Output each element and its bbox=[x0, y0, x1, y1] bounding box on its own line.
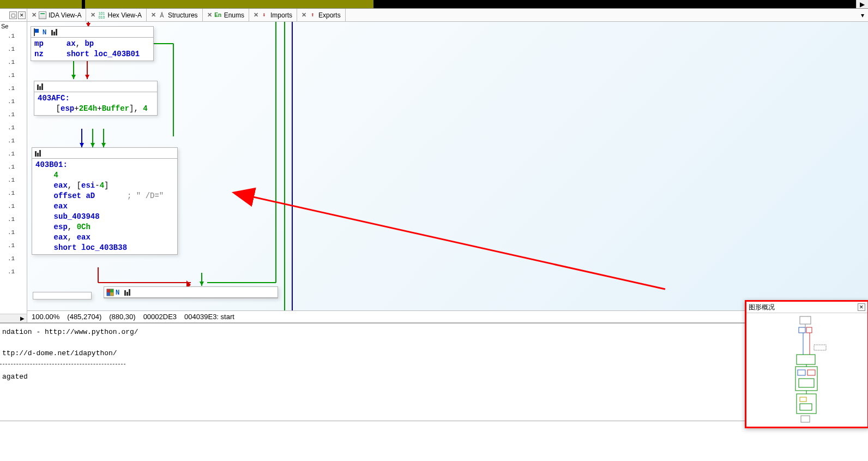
overview-close-button[interactable]: ✕ bbox=[858, 303, 865, 311]
struct-icon: Å bbox=[158, 11, 166, 19]
svg-marker-14 bbox=[91, 143, 95, 147]
svg-rect-32 bbox=[35, 151, 37, 157]
output-line: agated bbox=[2, 372, 866, 383]
tab-overflow-button[interactable]: ▾ bbox=[857, 9, 868, 21]
exports-icon: ⬆ bbox=[309, 11, 316, 19]
close-icon[interactable]: ✕ bbox=[207, 11, 212, 19]
svg-marker-8 bbox=[85, 75, 89, 79]
bars-icon bbox=[51, 28, 58, 36]
bars-icon bbox=[34, 149, 42, 157]
slider-scroll-right[interactable]: ▶ bbox=[856, 0, 868, 8]
output-console[interactable]: ndation - http://www.python.org/ ttp://d… bbox=[0, 322, 868, 421]
svg-text:N: N bbox=[43, 28, 46, 36]
svg-rect-29 bbox=[37, 85, 39, 90]
close-icon[interactable]: ✕ bbox=[32, 11, 37, 19]
svg-rect-48 bbox=[806, 327, 812, 333]
chevron-right-icon: ▶ bbox=[18, 314, 27, 322]
sidebar-hscroll[interactable]: ▶ bbox=[0, 314, 27, 322]
node-header bbox=[32, 148, 177, 159]
tab-label: IDA View-A bbox=[49, 11, 81, 19]
output-line: ttp://d-dome.net/idapython/ bbox=[2, 348, 866, 360]
chevron-right-icon: ▶ bbox=[860, 1, 865, 8]
hex-icon: 101010 bbox=[98, 11, 105, 19]
status-mouse-pos: (880,30) bbox=[109, 313, 135, 321]
node-code: 403AFC: [esp+2E4h+Buffer], 4 bbox=[34, 92, 157, 115]
graph-overview-panel[interactable]: 图形概况 ✕ bbox=[745, 300, 868, 428]
svg-rect-38 bbox=[107, 292, 110, 296]
svg-rect-53 bbox=[799, 379, 814, 387]
graph-node[interactable] bbox=[33, 292, 92, 300]
tab-ida-view[interactable]: ✕ IDA View-A bbox=[27, 9, 86, 21]
svg-rect-34 bbox=[39, 150, 41, 157]
output-line: ndation - http://www.python.org/ bbox=[2, 327, 866, 338]
imports-icon: ⬇ bbox=[261, 11, 268, 19]
svg-rect-31 bbox=[41, 83, 43, 90]
close-icon[interactable]: ✕ bbox=[254, 11, 258, 19]
n-icon: N bbox=[115, 289, 123, 296]
sidebar-list[interactable]: .1 .1 .1 .1 .1 .1 .1 .1 .1 .1 .1 .1 .1 .… bbox=[0, 31, 27, 314]
status-bar: 100.00% (485,2704) (880,30) 00002DE3 004… bbox=[27, 310, 868, 322]
node-header: N bbox=[31, 27, 153, 38]
node-code: 403B01: 4 eax, [esi-4] offset aD ; " /D=… bbox=[32, 159, 177, 254]
svg-marker-6 bbox=[71, 75, 76, 79]
status-address: 004039E3: start bbox=[184, 313, 234, 321]
graph-node[interactable]: 403B01: 4 eax, [esi-4] offset aD ; " /D=… bbox=[32, 147, 178, 255]
tab-label: Structures bbox=[168, 11, 198, 19]
svg-rect-28 bbox=[56, 29, 57, 35]
svg-rect-52 bbox=[807, 370, 815, 375]
enum-icon: En bbox=[214, 11, 222, 19]
tab-structures[interactable]: ✕ Å Structures bbox=[147, 9, 203, 21]
status-graph-pos: (485,2704) bbox=[67, 313, 101, 321]
svg-rect-36 bbox=[107, 289, 110, 292]
svg-rect-49 bbox=[797, 355, 815, 364]
svg-marker-12 bbox=[80, 143, 84, 147]
svg-rect-43 bbox=[129, 289, 130, 296]
svg-rect-55 bbox=[800, 397, 806, 402]
output-divider bbox=[0, 363, 125, 364]
slider-handle[interactable] bbox=[82, 0, 85, 9]
graph-node[interactable]: 403AFC: [esp+2E4h+Buffer], 4 bbox=[34, 81, 158, 116]
status-zoom: 100.00% bbox=[32, 313, 59, 321]
node-header: N bbox=[104, 287, 278, 298]
svg-rect-51 bbox=[798, 370, 805, 375]
functions-sidebar: ▢ ✕ Se .1 .1 .1 .1 .1 .1 .1 .1 .1 .1 .1 … bbox=[0, 9, 27, 322]
svg-rect-27 bbox=[53, 32, 55, 35]
svg-rect-56 bbox=[800, 404, 812, 410]
document-icon bbox=[39, 11, 46, 19]
bars-icon bbox=[37, 83, 44, 91]
graph-node[interactable]: N bbox=[104, 286, 278, 298]
svg-rect-47 bbox=[799, 327, 805, 333]
n-icon: N bbox=[42, 28, 50, 36]
tab-bar: ✕ IDA View-A ✕ 101010 Hex View-A ✕ Å Str… bbox=[27, 9, 868, 22]
svg-rect-30 bbox=[39, 86, 41, 90]
svg-rect-57 bbox=[801, 416, 810, 422]
svg-rect-26 bbox=[51, 30, 53, 35]
overview-title-label: 图形概况 bbox=[749, 303, 775, 312]
bars-icon bbox=[124, 289, 131, 296]
svg-rect-37 bbox=[110, 289, 113, 292]
status-file-offset: 00002DE3 bbox=[143, 313, 177, 321]
command-input[interactable] bbox=[0, 421, 868, 434]
sidebar-close-button[interactable]: ✕ bbox=[18, 11, 26, 19]
close-icon[interactable]: ✕ bbox=[302, 11, 306, 19]
tab-enums[interactable]: ✕ En Enums bbox=[203, 9, 249, 21]
tab-exports[interactable]: ✕ ⬆ Exports bbox=[297, 9, 346, 21]
svg-rect-42 bbox=[126, 292, 128, 296]
graph-node[interactable]: N mp ax, bp nz short loc_403B01 bbox=[31, 26, 154, 61]
sidebar-restore-button[interactable]: ▢ bbox=[9, 11, 17, 19]
close-icon[interactable]: ✕ bbox=[91, 11, 95, 19]
sidebar-filter-input[interactable]: Se bbox=[0, 22, 27, 31]
close-icon[interactable]: ✕ bbox=[151, 11, 156, 19]
overview-titlebar[interactable]: 图形概况 ✕ bbox=[746, 302, 867, 313]
tab-label: Hex View-A bbox=[107, 11, 141, 19]
tab-hex-view[interactable]: ✕ 101010 Hex View-A bbox=[86, 9, 146, 21]
address-slider[interactable]: ▶ bbox=[0, 0, 868, 9]
node-code: mp ax, bp nz short loc_403B01 bbox=[31, 38, 153, 61]
svg-rect-58 bbox=[814, 345, 826, 350]
svg-rect-39 bbox=[110, 292, 113, 296]
overview-minimap[interactable] bbox=[746, 313, 867, 427]
graph-canvas[interactable]: N mp ax, bp nz short loc_403B01 403AFC: … bbox=[27, 22, 868, 310]
tab-imports[interactable]: ✕ ⬇ Imports bbox=[249, 9, 297, 21]
tab-label: Exports bbox=[318, 11, 341, 19]
svg-marker-16 bbox=[101, 143, 106, 147]
